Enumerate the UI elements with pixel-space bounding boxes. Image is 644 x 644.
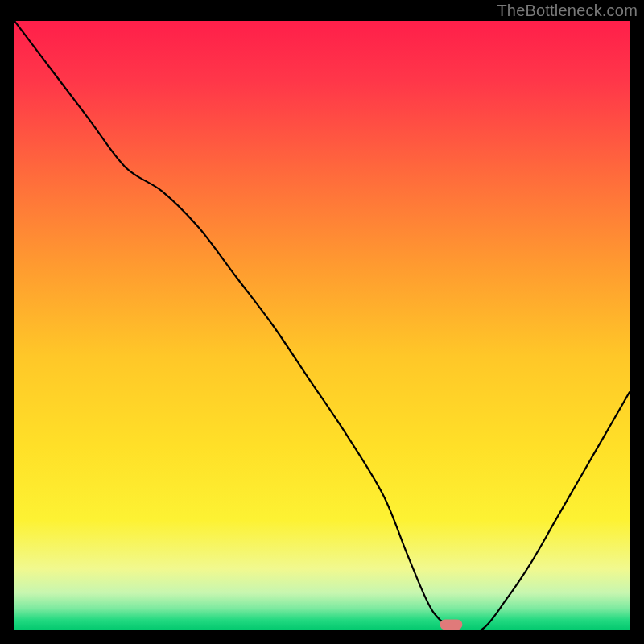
chart-frame: TheBottleneck.com: [0, 0, 644, 644]
watermark-text: TheBottleneck.com: [497, 2, 638, 20]
bottleneck-chart-svg: [14, 21, 630, 630]
plot-area: [14, 21, 630, 630]
optimal-marker: [440, 619, 462, 630]
gradient-background: [14, 21, 630, 630]
